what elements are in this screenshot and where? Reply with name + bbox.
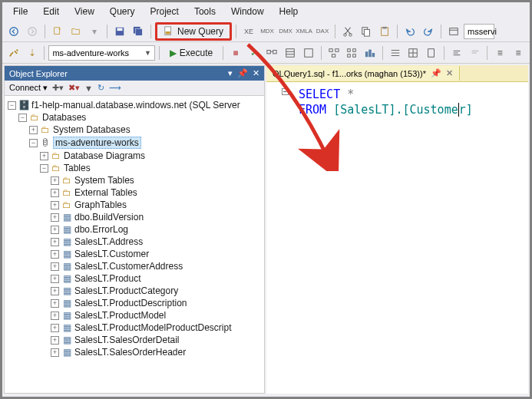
table-node[interactable]: +▦SalesLT.SalesOrderHeader [6,346,263,358]
client-stats-button[interactable] [362,45,378,61]
open-button[interactable] [68,23,84,40]
redo-button[interactable] [420,23,437,40]
save-button[interactable] [111,23,128,40]
expand-icon[interactable]: + [51,213,59,222]
new-query-button[interactable]: New Query [155,22,232,41]
table-node[interactable]: +▦SalesLT.Product [6,272,263,285]
cut-button[interactable] [339,23,356,40]
xmla-icon[interactable]: XMLA [296,23,312,40]
collapse-icon[interactable]: − [29,139,38,147]
properties-button[interactable] [445,23,462,40]
paste-button[interactable] [376,23,393,40]
execute-button[interactable]: ▶ Execute [164,46,219,60]
intellisense-button[interactable] [300,45,317,61]
code-fold-icon[interactable]: − [282,88,289,95]
menu-project[interactable]: Project [144,4,185,19]
expand-icon[interactable]: + [51,299,59,308]
tables-node[interactable]: − 🗀 Tables [6,162,263,174]
results-to-file-button[interactable] [423,45,440,61]
expand-icon[interactable]: + [51,348,59,357]
table-node[interactable]: +▦dbo.ErrorLog [6,223,263,236]
expand-icon[interactable]: + [51,189,59,197]
expand-icon[interactable]: + [29,126,38,134]
menu-window[interactable]: Window [225,4,270,19]
editor-tab[interactable]: QLQuery1.sql - f1...orks (maghan (153))*… [266,66,460,81]
menu-tools[interactable]: Tools [188,4,222,19]
menu-edit[interactable]: Edit [37,4,65,19]
results-to-grid-button[interactable] [405,45,422,61]
table-node[interactable]: +▦dbo.BuildVersion [6,211,263,223]
filter2-icon[interactable]: ▼ [84,84,93,93]
database-node[interactable]: − 🛢 ms-adventure-works [6,136,263,150]
expand-icon[interactable]: + [51,176,59,185]
object-explorer-tree[interactable]: − 🗄️ f1-help-manual.database.windows.net… [5,96,264,393]
query-options-button[interactable] [282,45,299,61]
outdent-button[interactable]: ≡ [510,45,527,61]
system-tables-node[interactable]: + 🗀 System Tables [6,174,263,186]
expand-icon[interactable]: + [51,275,59,283]
table-node[interactable]: +▦SalesLT.ProductModel [6,309,263,322]
mdx-icon[interactable]: MDX [259,23,276,40]
save-all-button[interactable] [130,23,147,40]
pin-icon[interactable]: 📌 [237,68,248,78]
results-to-text-button[interactable] [387,45,404,61]
parse-button[interactable]: ✓ [246,45,263,61]
menu-file[interactable]: File [7,4,34,19]
system-databases-node[interactable]: + 🗀 System Databases [6,124,263,136]
code-editor[interactable]: − SELECT * FROM [SalesLT].[Customer] [266,82,528,394]
expand-icon[interactable]: + [51,336,59,345]
refresh-icon[interactable]: ↻ [97,83,104,93]
disconnect-button[interactable]: ⇣ [24,45,41,61]
external-tables-node[interactable]: + 🗀 External Tables [6,186,263,199]
menu-query[interactable]: Query [104,4,141,19]
window-position-icon[interactable]: ▾ [228,68,233,78]
include-plan-button[interactable] [325,45,342,61]
database-combo[interactable]: ms-adventure-works ▼ [48,45,154,61]
stop-icon[interactable]: ✖▾ [68,83,80,93]
query-type-icon[interactable]: XE [240,23,257,40]
table-node[interactable]: +▦SalesLT.Address [6,236,263,248]
expand-icon[interactable]: + [51,262,59,271]
indent-button[interactable]: ≡ [491,45,508,61]
expand-icon[interactable]: + [51,324,59,332]
graph-tables-node[interactable]: + 🗀 GraphTables [6,199,263,211]
close-icon[interactable]: ✕ [446,68,453,78]
comment-button[interactable] [448,45,465,61]
databases-node[interactable]: − 🗀 Databases [6,111,263,124]
server-node[interactable]: − 🗄️ f1-help-manual.database.windows.net… [6,99,263,111]
nav-back-button[interactable] [5,23,22,40]
table-node[interactable]: +▦SalesLT.Customer [6,248,263,260]
connect-button[interactable]: Connect ▾ [9,83,48,93]
collapse-icon[interactable]: − [8,101,16,110]
copy-button[interactable] [358,23,375,40]
uncomment-button[interactable] [467,45,484,61]
table-node[interactable]: +▦SalesLT.ProductDescription [6,297,263,309]
dropdown-button[interactable]: ▾ [86,23,103,40]
table-node[interactable]: +▦SalesLT.ProductModelProductDescript [6,322,263,334]
menu-help[interactable]: Help [273,4,305,19]
expand-icon[interactable]: + [51,201,59,209]
nav-forward-button[interactable] [24,23,41,40]
expand-icon[interactable]: + [51,238,59,246]
expand-icon[interactable]: + [51,312,59,320]
estimated-plan-button[interactable] [264,45,281,61]
dax-icon[interactable]: DAX [314,23,331,40]
activity-icon[interactable]: ⟿ [109,83,121,93]
collapse-icon[interactable]: − [18,114,27,122]
pin-icon[interactable]: 📌 [431,68,441,78]
undo-button[interactable] [401,23,418,40]
database-diagrams-node[interactable]: + 🗀 Database Diagrams [6,150,263,162]
expand-icon[interactable]: + [51,287,59,295]
live-stats-button[interactable] [343,45,360,61]
filter-icon[interactable]: ✚▾ [52,83,64,93]
expand-icon[interactable]: + [51,226,59,234]
dmx-icon[interactable]: DMX [277,23,294,40]
collapse-icon[interactable]: − [40,164,48,173]
menu-view[interactable]: View [68,4,101,19]
table-node[interactable]: +▦SalesLT.ProductCategory [6,285,263,297]
change-connection-button[interactable] [5,45,22,61]
close-icon[interactable]: ✕ [253,68,259,78]
expand-icon[interactable]: + [51,250,59,259]
search-textbox[interactable]: msservi [464,24,494,39]
new-item-button[interactable] [49,23,66,40]
